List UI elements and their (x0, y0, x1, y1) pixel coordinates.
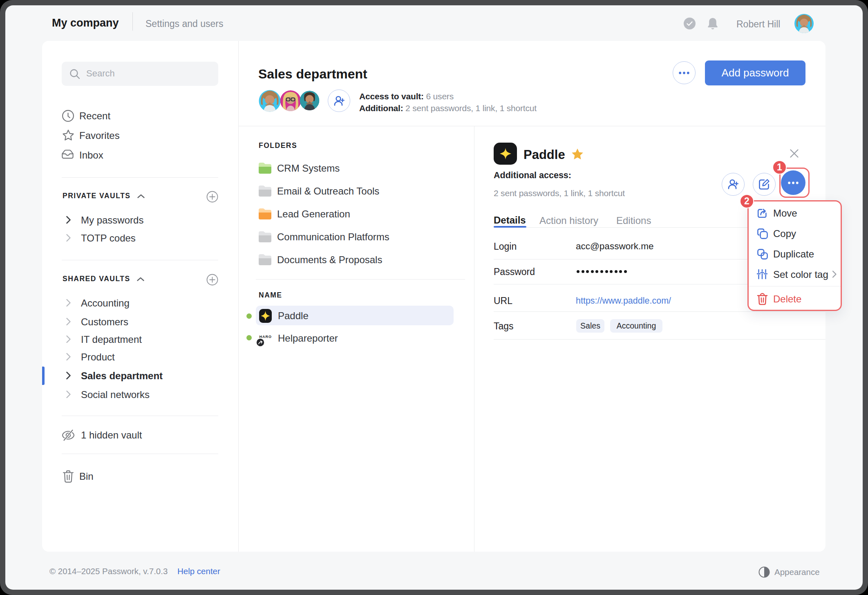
svg-text:HARO: HARO (260, 335, 272, 339)
